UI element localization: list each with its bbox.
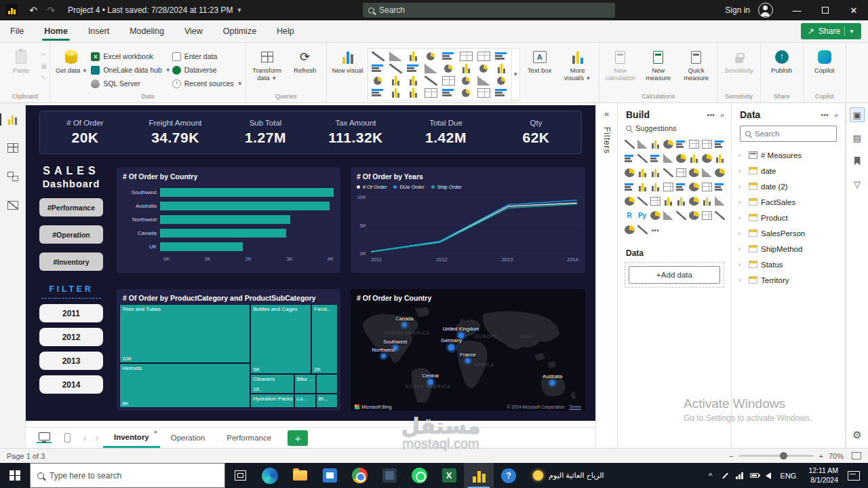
gallery-expand-icon[interactable]: ▼ — [512, 48, 520, 100]
kpi-card-total-due[interactable]: Total Due1.42M — [401, 111, 491, 153]
filter-funnel-icon[interactable]: ▽ — [850, 176, 865, 191]
taskbar-app-photos[interactable] — [374, 463, 404, 488]
visual-type-treemap[interactable] — [637, 168, 648, 177]
more-visual-types-icon[interactable]: ••• — [650, 225, 660, 234]
menu-tab-home[interactable]: Home — [34, 20, 78, 42]
treemap-block-bi[interactable]: Bi... — [316, 394, 338, 408]
visual-type-power-apps[interactable] — [676, 197, 686, 206]
visual-type-matrix[interactable] — [442, 88, 455, 98]
paste-button[interactable]: Paste — [3, 45, 39, 78]
visual-type-table[interactable] — [663, 183, 673, 191]
sign-in-link[interactable]: Sign in — [725, 5, 750, 15]
visual-type-smart-narrative[interactable] — [625, 197, 635, 206]
visual-type-shape-map[interactable] — [676, 168, 686, 177]
start-button[interactable] — [0, 463, 30, 488]
treemap-block-fend[interactable]: Fend...2K — [311, 304, 338, 374]
minimize-button[interactable]: — — [783, 0, 811, 20]
visual-type-key-influencers[interactable] — [462, 89, 470, 97]
pen-icon[interactable] — [722, 472, 728, 478]
taskbar-app-store[interactable] — [315, 463, 344, 488]
text-box-button[interactable]: A Text box — [521, 45, 558, 78]
visual-type-100-stacked-bar[interactable] — [676, 140, 686, 149]
close-tab-icon[interactable]: × — [154, 429, 157, 435]
treemap-visual[interactable]: # Of Order by ProductCategory and Produc… — [117, 289, 340, 411]
quick-measure-button[interactable]: Quick measure — [678, 45, 715, 86]
more-options-icon[interactable]: ••• — [821, 111, 829, 119]
field-product[interactable]: ›Product — [732, 210, 845, 225]
visual-type-line-clustered-column[interactable] — [637, 154, 648, 163]
visual-type-multi-row-card[interactable] — [372, 88, 384, 98]
action-center-icon[interactable] — [848, 471, 860, 481]
visual-type-button-slicer[interactable] — [715, 197, 725, 206]
visual-type-decomposition-tree[interactable] — [477, 88, 490, 98]
close-button[interactable]: ✕ — [840, 0, 868, 20]
bar-australia[interactable] — [160, 202, 330, 210]
visual-type-line-stacked-column[interactable] — [407, 64, 420, 73]
collapse-pane-icon[interactable]: » — [834, 111, 838, 119]
nav-button-operation[interactable]: #Operation — [39, 225, 103, 244]
hidden-icons-chevron[interactable]: ^ — [703, 472, 717, 480]
network-signal-icon[interactable] — [736, 472, 743, 479]
data-search[interactable] — [740, 126, 837, 142]
kpi-card-of-order[interactable]: # Of Order20K — [40, 111, 130, 153]
kpi-card-sub-total[interactable]: Sub Total1.27M — [220, 111, 311, 153]
map-terms-link[interactable]: Terms — [569, 405, 581, 409]
visual-type-calendar[interactable] — [702, 211, 712, 220]
report-canvas[interactable]: # Of Order20KFreight Amount34.79KSub Tot… — [26, 103, 595, 448]
visual-type-q-and-a[interactable] — [495, 88, 508, 98]
taskbar-help[interactable]: ? — [494, 463, 524, 488]
menu-tab-optimize[interactable]: Optimize — [213, 20, 267, 42]
new-visual-button[interactable]: New visual — [330, 45, 366, 78]
visual-type-scatter[interactable] — [479, 64, 488, 73]
visual-type-line[interactable] — [477, 52, 490, 61]
dax-query-view-button[interactable] — [4, 197, 22, 213]
visual-type-network-chart[interactable] — [715, 211, 725, 220]
treemap-block-unlabeled[interactable] — [316, 374, 338, 394]
visual-type-r[interactable]: R — [625, 211, 635, 220]
visual-type-azure-map[interactable] — [462, 77, 470, 85]
menu-tab-insert[interactable]: Insert — [78, 20, 119, 42]
visual-type-stacked-bar[interactable] — [372, 52, 384, 61]
zoom-level[interactable]: 70% — [829, 452, 844, 460]
field-measures[interactable]: ›# Measures — [732, 147, 845, 163]
map-point-united-kingdom[interactable]: United Kingdom — [443, 326, 479, 339]
page-tab-inventory[interactable]: Inventory× — [103, 428, 160, 448]
treemap-block-lo[interactable]: Lo... — [294, 394, 316, 408]
cut-icon[interactable]: ✂ — [41, 51, 47, 58]
visual-type-py[interactable]: Py — [637, 211, 648, 220]
report-view-button[interactable] — [4, 111, 22, 128]
recent-sources-button[interactable]: Recent sources▼ — [172, 78, 243, 89]
visual-type-donut[interactable] — [625, 168, 635, 177]
taskbar-app-task-view[interactable] — [225, 463, 255, 488]
map-point-canada[interactable]: Canada — [395, 316, 413, 327]
get-data-button[interactable]: Get data ▼ — [53, 45, 90, 78]
prev-page-icon[interactable]: ‹ — [79, 432, 91, 443]
field-status[interactable]: ›Status — [732, 257, 845, 272]
menu-tab-file[interactable]: File — [0, 20, 34, 42]
fit-to-page-icon[interactable] — [852, 452, 861, 459]
taskbar-app-excel[interactable]: X — [434, 463, 464, 488]
copilot-button[interactable]: Copilot — [806, 45, 843, 78]
weather-widget[interactable]: الرياح العاتية اليوم — [524, 463, 614, 488]
collapse-pane-icon[interactable]: » — [720, 111, 724, 119]
visual-type-slicer[interactable] — [650, 183, 660, 191]
line-chart-visual[interactable]: # Of Order by Years # Of OrderDUe OrderS… — [351, 168, 585, 273]
visual-type-gantt[interactable] — [650, 211, 660, 220]
visual-type-waterfall[interactable] — [676, 154, 686, 163]
visual-type-slicer[interactable] — [407, 88, 420, 98]
page-tab-operation[interactable]: Operation — [160, 428, 216, 448]
visual-type-map[interactable] — [650, 168, 660, 177]
visual-type-ribbon-chart[interactable] — [425, 64, 437, 73]
taskbar-app-whatsapp[interactable] — [404, 463, 434, 488]
visual-type-matrix[interactable] — [676, 183, 686, 191]
field-date[interactable]: ›date — [732, 163, 845, 179]
visual-type-hierarchy-tree[interactable] — [689, 211, 699, 220]
add-data-button[interactable]: +Add data — [629, 266, 720, 284]
treemap-block-cleaners[interactable]: Cleaners1K — [250, 374, 294, 394]
bar-chart-visual[interactable]: # Of Order by Country SouthwestAustralia… — [117, 168, 340, 273]
zoom-in-icon[interactable]: + — [819, 452, 823, 460]
onelake-data-hub-button[interactable]: OneLake data hub▼ — [91, 64, 170, 75]
visual-type-azure-map[interactable] — [689, 168, 699, 177]
new-page-button[interactable]: + — [288, 430, 308, 446]
table-view-button[interactable] — [4, 140, 22, 156]
